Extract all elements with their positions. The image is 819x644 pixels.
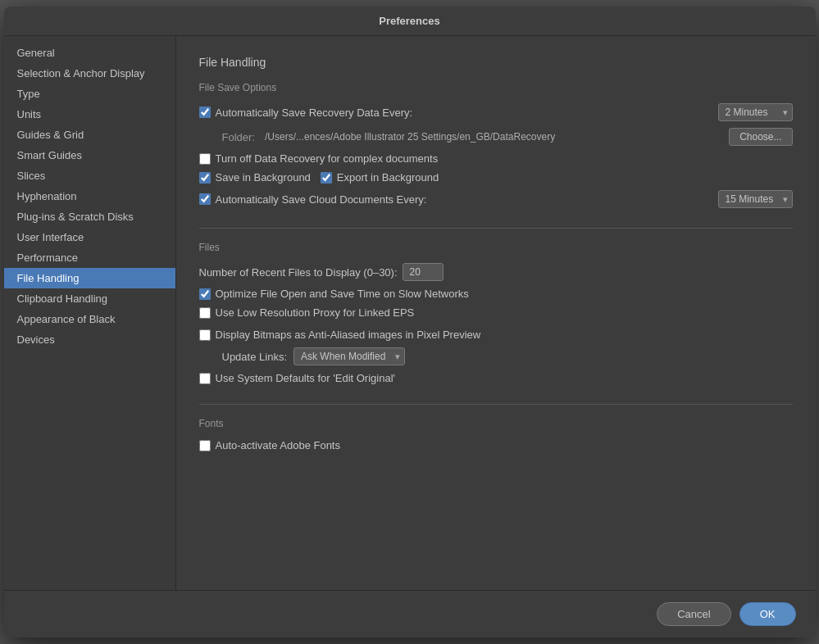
folder-row: Folder: /Users/...ences/Adobe Illustrato…: [222, 128, 793, 146]
recent-files-input[interactable]: 20: [403, 263, 444, 281]
sidebar-item-8[interactable]: Plug-ins & Scratch Disks: [4, 206, 175, 227]
folder-path: /Users/...ences/Adobe Illustrator 25 Set…: [265, 131, 719, 143]
sidebar-item-2[interactable]: Type: [4, 84, 175, 104]
file-save-options-title: File Save Options: [199, 82, 793, 93]
main-content: File Handling File Save Options Automati…: [176, 36, 816, 590]
sidebar-item-7[interactable]: Hyphenation: [4, 186, 175, 206]
divider-1: [199, 228, 793, 229]
sidebar-item-10[interactable]: Performance: [4, 247, 175, 268]
auto-activate-checkbox[interactable]: [199, 440, 211, 451]
sidebar-item-3[interactable]: Units: [4, 104, 175, 125]
page-title: File Handling: [199, 56, 793, 69]
display-bitmaps-checkbox[interactable]: [199, 329, 211, 341]
cancel-button[interactable]: Cancel: [657, 602, 730, 626]
choose-button[interactable]: Choose...: [729, 128, 792, 146]
use-system-row: Use System Defaults for 'Edit Original': [199, 372, 793, 384]
preferences-dialog: Preferences GeneralSelection & Anchor Di…: [4, 7, 816, 637]
auto-cloud-dropdown[interactable]: 5 Minutes 10 Minutes 15 Minutes 30 Minut…: [718, 190, 793, 208]
dialog-body: GeneralSelection & Anchor DisplayTypeUni…: [4, 36, 816, 590]
update-links-row: Update Links: Automatically Ask When Mod…: [222, 347, 793, 365]
turn-off-label[interactable]: Turn off Data Recovery for complex docum…: [216, 152, 439, 165]
sidebar-item-9[interactable]: User Interface: [4, 227, 175, 247]
sidebar-item-0[interactable]: General: [4, 43, 175, 63]
turn-off-checkbox[interactable]: [199, 153, 211, 165]
files-title: Files: [199, 242, 793, 253]
low-res-checkbox[interactable]: [199, 307, 211, 319]
bitmap-section: Display Bitmaps as Anti-Aliased images i…: [199, 329, 793, 384]
export-bg-label-wrapper[interactable]: Export in Background: [321, 171, 439, 184]
auto-save-dropdown-wrapper: 1 Minute 2 Minutes 5 Minutes 10 Minutes …: [718, 103, 793, 121]
optimize-row: Optimize File Open and Save Time on Slow…: [199, 288, 793, 300]
sidebar: GeneralSelection & Anchor DisplayTypeUni…: [4, 36, 176, 590]
sidebar-item-12[interactable]: Clipboard Handling: [4, 288, 175, 309]
display-bitmaps-label[interactable]: Display Bitmaps as Anti-Aliased images i…: [216, 329, 481, 341]
recent-files-label: Number of Recent Files to Display (0–30)…: [199, 266, 398, 279]
update-links-label: Update Links:: [222, 351, 288, 363]
sidebar-item-4[interactable]: Guides & Grid: [4, 125, 175, 145]
auto-save-row: Automatically Save Recovery Data Every: …: [199, 103, 793, 121]
optimize-label[interactable]: Optimize File Open and Save Time on Slow…: [216, 288, 469, 300]
update-links-dropdown-wrapper: Automatically Ask When Modified Manually: [293, 347, 405, 365]
auto-cloud-row: Automatically Save Cloud Documents Every…: [199, 190, 793, 208]
auto-activate-row: Auto-activate Adobe Fonts: [199, 439, 793, 451]
display-bitmaps-row: Display Bitmaps as Anti-Aliased images i…: [199, 329, 793, 341]
bg-options-row: Save in Background Export in Background: [199, 171, 793, 184]
turn-off-row: Turn off Data Recovery for complex docum…: [199, 152, 793, 165]
use-system-label[interactable]: Use System Defaults for 'Edit Original': [216, 372, 396, 384]
export-bg-label: Export in Background: [337, 171, 439, 184]
auto-save-label[interactable]: Automatically Save Recovery Data Every:: [216, 107, 413, 119]
export-bg-checkbox[interactable]: [321, 172, 332, 184]
low-res-label[interactable]: Use Low Resolution Proxy for Linked EPS: [216, 306, 415, 319]
dialog-footer: Cancel OK: [4, 590, 816, 637]
low-res-row: Use Low Resolution Proxy for Linked EPS: [199, 306, 793, 319]
dialog-title: Preferences: [4, 7, 816, 36]
auto-cloud-dropdown-wrapper: 5 Minutes 10 Minutes 15 Minutes 30 Minut…: [718, 190, 793, 208]
files-section: Files Number of Recent Files to Display …: [199, 242, 793, 384]
update-links-dropdown[interactable]: Automatically Ask When Modified Manually: [293, 347, 405, 365]
folder-label: Folder:: [222, 131, 255, 143]
auto-cloud-checkbox[interactable]: [199, 193, 211, 205]
recent-files-row: Number of Recent Files to Display (0–30)…: [199, 263, 793, 281]
sidebar-item-13[interactable]: Appearance of Black: [4, 309, 175, 329]
sidebar-item-14[interactable]: Devices: [4, 329, 175, 350]
sidebar-item-5[interactable]: Smart Guides: [4, 145, 175, 166]
use-system-checkbox[interactable]: [199, 373, 211, 384]
ok-button[interactable]: OK: [739, 602, 796, 626]
save-bg-label: Save in Background: [216, 171, 311, 184]
save-bg-checkbox[interactable]: [199, 172, 211, 184]
sidebar-item-1[interactable]: Selection & Anchor Display: [4, 63, 175, 84]
auto-cloud-label[interactable]: Automatically Save Cloud Documents Every…: [216, 193, 427, 206]
save-bg-label-wrapper[interactable]: Save in Background: [199, 171, 311, 184]
optimize-checkbox[interactable]: [199, 288, 211, 300]
fonts-section: Fonts Auto-activate Adobe Fonts: [199, 418, 793, 451]
sidebar-item-6[interactable]: Slices: [4, 166, 175, 186]
auto-save-checkbox[interactable]: [199, 107, 211, 118]
file-save-options-section: File Save Options Automatically Save Rec…: [199, 82, 793, 208]
fonts-title: Fonts: [199, 418, 793, 429]
divider-2: [199, 404, 793, 405]
sidebar-item-11[interactable]: File Handling: [4, 268, 175, 288]
auto-activate-label[interactable]: Auto-activate Adobe Fonts: [216, 439, 340, 451]
auto-save-dropdown[interactable]: 1 Minute 2 Minutes 5 Minutes 10 Minutes …: [718, 103, 793, 121]
